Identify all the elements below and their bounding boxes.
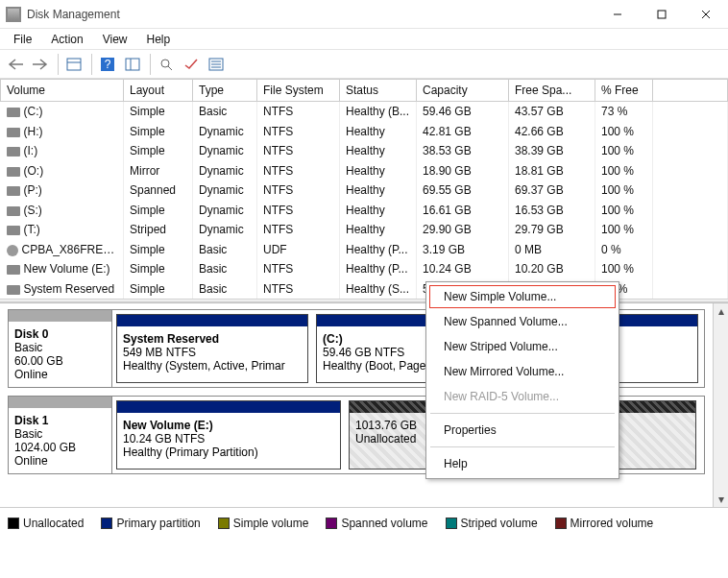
cell-fs: NTFS bbox=[257, 200, 340, 219]
cell-free: 38.39 GB bbox=[509, 141, 595, 160]
drive-icon bbox=[7, 265, 20, 275]
legend-item: Simple volume bbox=[218, 517, 309, 530]
table-row[interactable]: (P:)SpannedDynamicNTFSHealthy69.55 GB69.… bbox=[1, 181, 728, 200]
cell-capacity: 18.90 GB bbox=[417, 161, 509, 181]
cell-status: Healthy bbox=[340, 122, 417, 141]
cell-status: Healthy (B... bbox=[340, 102, 417, 122]
cell-fs: NTFS bbox=[257, 122, 340, 141]
volume-size: 549 MB NTFS bbox=[123, 346, 196, 359]
volume-region[interactable]: System Reserved549 MB NTFSHealthy (Syste… bbox=[116, 314, 308, 383]
col-type[interactable]: Type bbox=[193, 80, 257, 102]
titlebar: Disk Management bbox=[0, 0, 728, 29]
table-row[interactable]: (I:)SimpleDynamicNTFSHealthy38.53 GB38.3… bbox=[1, 141, 728, 160]
col-filesystem[interactable]: File System bbox=[257, 80, 340, 102]
cell-pct: 100 % bbox=[595, 181, 653, 200]
menu-item[interactable]: Help bbox=[428, 451, 617, 476]
table-row[interactable]: CPBA_X86FRE_ZH...SimpleBasicUDFHealthy (… bbox=[1, 239, 728, 258]
toolbar: ? bbox=[0, 50, 728, 79]
cell-type: Dynamic bbox=[193, 220, 257, 239]
menu-help[interactable]: Help bbox=[137, 31, 181, 48]
list-icon[interactable] bbox=[205, 53, 228, 76]
legend-swatch bbox=[446, 518, 457, 529]
menu-item[interactable]: New Mirrored Volume... bbox=[428, 359, 617, 384]
maximize-button[interactable] bbox=[640, 0, 684, 29]
menu-action[interactable]: Action bbox=[41, 31, 92, 48]
menu-file[interactable]: File bbox=[4, 31, 41, 48]
volume-name: (C:) bbox=[323, 332, 343, 346]
scroll-up-icon[interactable]: ▴ bbox=[714, 303, 728, 319]
cell-layout: Simple bbox=[124, 141, 193, 160]
cell-capacity: 3.19 GB bbox=[417, 239, 509, 258]
col-layout[interactable]: Layout bbox=[124, 80, 193, 102]
cell-pct: 100 % bbox=[595, 220, 653, 239]
cell-layout: Striped bbox=[124, 220, 193, 239]
col-capacity[interactable]: Capacity bbox=[417, 80, 509, 102]
menu-item[interactable]: Properties bbox=[428, 418, 617, 443]
col-freespace[interactable]: Free Spa... bbox=[509, 80, 595, 102]
col-status[interactable]: Status bbox=[340, 80, 417, 102]
cell-fs: NTFS bbox=[257, 161, 340, 181]
panel-icon[interactable] bbox=[62, 53, 85, 76]
table-row[interactable]: (S:)SimpleDynamicNTFSHealthy16.61 GB16.5… bbox=[1, 200, 728, 219]
cell-pct: 100 % bbox=[595, 122, 653, 141]
cell-volume: (S:) bbox=[24, 204, 42, 217]
minimize-button[interactable] bbox=[595, 0, 640, 29]
table-row[interactable]: (C:)SimpleBasicNTFSHealthy (B...59.46 GB… bbox=[1, 102, 728, 122]
close-button[interactable] bbox=[684, 0, 728, 29]
table-row[interactable]: New Volume (E:)SimpleBasicNTFSHealthy (P… bbox=[1, 259, 728, 278]
cell-capacity: 69.55 GB bbox=[417, 181, 509, 200]
cell-volume: (O:) bbox=[24, 164, 44, 178]
window-title: Disk Management bbox=[27, 8, 595, 21]
legend: UnallocatedPrimary partitionSimple volum… bbox=[0, 507, 728, 538]
menu-item[interactable]: New Striped Volume... bbox=[428, 334, 617, 359]
legend-swatch bbox=[8, 518, 19, 529]
menu-item[interactable]: New Spanned Volume... bbox=[428, 309, 617, 334]
volume-status: Unallocated bbox=[355, 432, 416, 446]
forward-button[interactable] bbox=[29, 53, 52, 76]
cell-fs: NTFS bbox=[257, 259, 340, 278]
cell-status: Healthy bbox=[340, 181, 417, 200]
layout-icon[interactable] bbox=[121, 53, 144, 76]
search-icon[interactable] bbox=[155, 53, 178, 76]
cell-capacity: 16.61 GB bbox=[417, 200, 509, 219]
app-icon bbox=[6, 7, 21, 22]
cell-capacity: 29.90 GB bbox=[417, 220, 509, 239]
menu-item[interactable]: New Simple Volume... bbox=[428, 284, 617, 309]
cell-layout: Simple bbox=[124, 122, 193, 141]
context-menu: New Simple Volume...New Spanned Volume..… bbox=[425, 281, 619, 479]
cell-status: Healthy bbox=[340, 220, 417, 239]
drive-icon bbox=[7, 206, 20, 216]
menu-view[interactable]: View bbox=[93, 31, 137, 48]
scroll-down-icon[interactable]: ▾ bbox=[714, 492, 728, 507]
back-button[interactable] bbox=[4, 53, 27, 76]
cell-volume: (I:) bbox=[24, 144, 38, 157]
check-icon[interactable] bbox=[180, 53, 203, 76]
cell-type: Dynamic bbox=[193, 181, 257, 200]
vertical-scrollbar[interactable]: ▴ ▾ bbox=[713, 303, 728, 507]
col-volume[interactable]: Volume bbox=[1, 80, 124, 102]
cell-fs: NTFS bbox=[257, 220, 340, 239]
col-spacer bbox=[653, 80, 728, 102]
cell-status: Healthy (P... bbox=[340, 259, 417, 278]
cell-volume: CPBA_X86FRE_ZH... bbox=[22, 243, 124, 256]
cell-free: 10.20 GB bbox=[509, 259, 595, 278]
drive-icon bbox=[7, 285, 20, 295]
cell-free: 0 MB bbox=[509, 239, 595, 258]
table-row[interactable]: (T:)StripedDynamicNTFSHealthy29.90 GB29.… bbox=[1, 220, 728, 239]
volumes-table[interactable]: Volume Layout Type File System Status Ca… bbox=[0, 79, 728, 299]
legend-swatch bbox=[218, 518, 230, 529]
volume-region[interactable]: New Volume (E:)10.24 GB NTFSHealthy (Pri… bbox=[116, 400, 341, 470]
table-row[interactable]: (H:)SimpleDynamicNTFSHealthy42.81 GB42.6… bbox=[1, 122, 728, 141]
help-icon[interactable]: ? bbox=[96, 53, 119, 76]
disk-1-size: 1024.00 GB bbox=[14, 441, 76, 454]
cell-type: Dynamic bbox=[193, 161, 257, 181]
table-row[interactable]: (O:)MirrorDynamicNTFSHealthy18.90 GB18.8… bbox=[1, 161, 728, 181]
drive-icon bbox=[7, 226, 20, 235]
cell-type: Basic bbox=[193, 259, 257, 278]
cell-fs: NTFS bbox=[257, 141, 340, 160]
table-header-row[interactable]: Volume Layout Type File System Status Ca… bbox=[1, 80, 728, 102]
col-pctfree[interactable]: % Free bbox=[595, 80, 653, 102]
cell-free: 29.79 GB bbox=[509, 220, 595, 239]
cell-type: Dynamic bbox=[193, 122, 257, 141]
disk-1-kind: Basic bbox=[14, 427, 42, 441]
